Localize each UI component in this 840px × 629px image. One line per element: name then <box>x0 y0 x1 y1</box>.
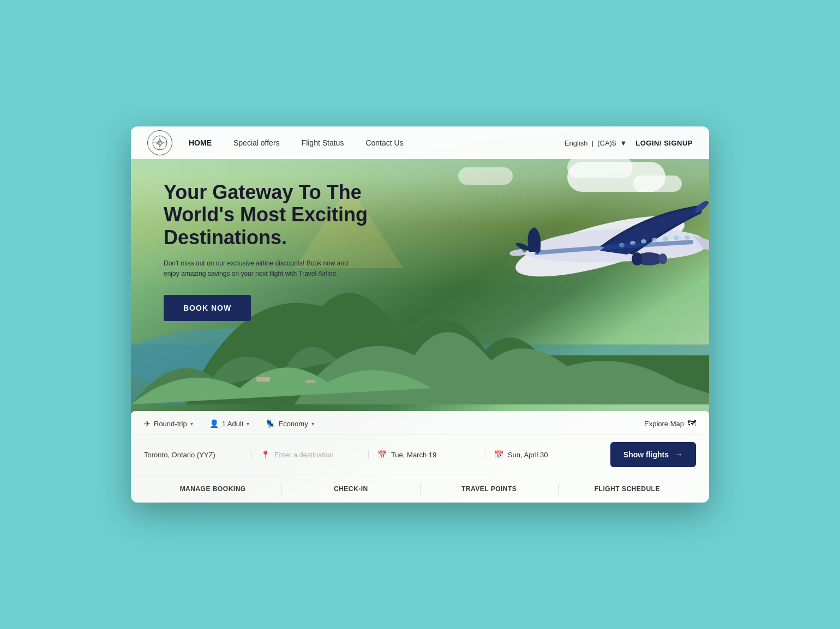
airplane-svg <box>491 170 709 323</box>
show-flights-button[interactable]: Show flights → <box>610 442 696 467</box>
explore-map-button[interactable]: Explore Map 🗺 <box>644 419 696 428</box>
nav-flight-status[interactable]: Flight Status <box>302 138 344 147</box>
nav-home[interactable]: HOME <box>189 138 212 147</box>
nav-special-offers[interactable]: Special offers <box>233 138 280 147</box>
nav-links: HOME Special offers Flight Status Contac… <box>189 138 565 147</box>
calendar-return-icon: 📅 <box>494 450 503 459</box>
flight-schedule-link[interactable]: FLIGHT SCHEDULE <box>559 483 696 495</box>
logo-icon <box>152 135 168 151</box>
return-date-label: Sun, April 30 <box>508 451 548 459</box>
plane-icon: ✈ <box>144 419 151 428</box>
airplane-container <box>491 170 709 323</box>
navbar: HOME Special offers Flight Status Contac… <box>131 126 709 159</box>
page-wrapper: HOME Special offers Flight Status Contac… <box>131 126 709 503</box>
explore-map-label: Explore Map <box>644 420 684 428</box>
cabin-label: Economy <box>278 420 308 428</box>
svg-point-7 <box>663 237 668 241</box>
location-icon: 📍 <box>261 450 270 459</box>
cabin-chevron: ▾ <box>311 421 314 427</box>
search-panel: ✈ Round-trip ▾ 👤 1 Adult ▾ 💺 Economy ▾ E… <box>131 411 709 503</box>
svg-rect-3 <box>262 373 263 379</box>
map-icon: 🗺 <box>687 419 696 428</box>
hero-title: Your Gateway To The World's Most Excitin… <box>164 181 425 249</box>
trip-type-label: Round-trip <box>154 420 187 428</box>
hero-content: Your Gateway To The World's Most Excitin… <box>164 181 425 321</box>
depart-date-label: Tue, March 19 <box>391 451 436 459</box>
book-now-button[interactable]: BOOK NOW <box>164 295 251 321</box>
origin-input-group <box>144 451 252 459</box>
nav-contact-us[interactable]: Contact Us <box>365 138 403 147</box>
quick-links-row: MANAGE BOOKING CHECK-IN TRAVEL POINTS FL… <box>131 475 709 503</box>
logo[interactable] <box>147 130 172 155</box>
arrow-right-icon: → <box>674 450 683 459</box>
svg-point-8 <box>674 235 679 240</box>
destination-input-group: 📍 <box>252 450 369 459</box>
manage-booking-link[interactable]: MANAGE BOOKING <box>144 483 282 495</box>
language-selector[interactable]: English | (CA)$ ▼ <box>565 139 627 147</box>
nav-right: English | (CA)$ ▼ LOGIN/ SIGNUP <box>565 139 693 147</box>
svg-rect-4 <box>305 380 315 383</box>
destination-input[interactable] <box>274 451 359 459</box>
hero-subtitle: Don't miss out on our exclusive airline … <box>164 258 349 279</box>
svg-rect-2 <box>256 377 270 382</box>
seat-icon: 💺 <box>266 419 275 428</box>
cabin-selector[interactable]: 💺 Economy ▾ <box>266 419 314 428</box>
travel-points-link[interactable]: TRAVEL POINTS <box>421 483 559 495</box>
return-date-group[interactable]: 📅 Sun, April 30 <box>485 450 602 459</box>
person-icon: 👤 <box>209 419 219 428</box>
login-button[interactable]: LOGIN/ SIGNUP <box>635 139 693 147</box>
calendar-depart-icon: 📅 <box>377 450 387 459</box>
check-in-link[interactable]: CHECK-IN <box>282 483 420 495</box>
svg-point-9 <box>685 235 690 240</box>
passengers-selector[interactable]: 👤 1 Adult ▾ <box>209 419 250 428</box>
trip-type-chevron: ▾ <box>190 421 193 427</box>
search-inputs-row: 📍 📅 Tue, March 19 📅 Sun, April 30 Show f… <box>131 434 709 475</box>
depart-date-group[interactable]: 📅 Tue, March 19 <box>369 450 485 459</box>
svg-point-14 <box>632 252 643 265</box>
passengers-label: 1 Adult <box>222 420 244 428</box>
svg-point-6 <box>652 238 657 242</box>
svg-point-15 <box>658 253 667 264</box>
search-options-row: ✈ Round-trip ▾ 👤 1 Adult ▾ 💺 Economy ▾ E… <box>131 411 709 434</box>
show-flights-label: Show flights <box>623 450 669 459</box>
origin-input[interactable] <box>144 451 243 459</box>
trip-type-selector[interactable]: ✈ Round-trip ▾ <box>144 419 193 428</box>
passengers-chevron: ▾ <box>247 421 249 427</box>
